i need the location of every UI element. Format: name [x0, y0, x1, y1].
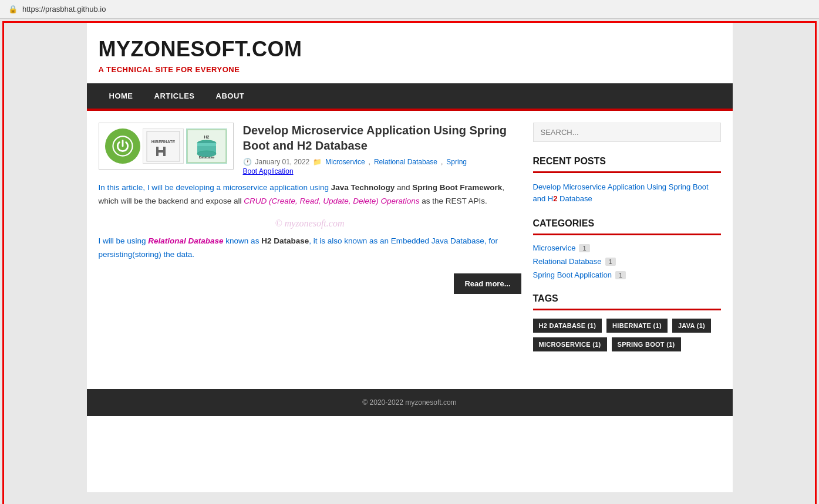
- categories-section: CATEGORIES Microservice 1 Relational Dat…: [533, 218, 721, 279]
- clock-icon: 🕐: [243, 158, 252, 166]
- category-spring[interactable]: Spring: [446, 158, 467, 166]
- category-item-relational-db: Relational Database 1: [533, 257, 721, 266]
- lock-icon: 🔒: [8, 5, 18, 13]
- article-info: Develop Microservice Application Using S…: [243, 123, 521, 175]
- body-bold-java: Java Technology: [331, 183, 395, 192]
- recent-posts-section: RECENT POSTS Develop Microservice Applic…: [533, 156, 721, 204]
- site-footer: © 2020-2022 myzonesoft.com: [87, 389, 733, 416]
- tag-spring-boot[interactable]: SPRING BOOT (1): [612, 337, 681, 351]
- article-thumbnail: HIBERNATE: [99, 123, 234, 170]
- article-card: HIBERNATE: [99, 123, 521, 294]
- browser-url: https://prasbhat.github.io: [22, 5, 106, 13]
- site-title: MYZONESOFT.COM: [99, 37, 721, 62]
- tag-boot-application[interactable]: Boot Application: [243, 167, 294, 175]
- category-count-spring-boot: 1: [615, 271, 626, 279]
- tags-area: H2 DATABASE (1) HIBERNATE (1) JAVA (1) M…: [533, 319, 721, 351]
- svg-text:H2: H2: [204, 135, 209, 139]
- svg-rect-5: [156, 150, 166, 153]
- sidebar: RECENT POSTS Develop Microservice Applic…: [533, 123, 721, 366]
- category-item-microservice: Microservice 1: [533, 243, 721, 252]
- h2-database-icon: H2 Database: [186, 128, 227, 164]
- tag-java[interactable]: JAVA (1): [672, 319, 711, 333]
- category-microservice[interactable]: Microservice: [325, 158, 365, 166]
- svg-rect-11: [197, 143, 216, 146]
- category-count-relational-db: 1: [605, 258, 616, 266]
- watermark: © myzonesoft.com: [99, 215, 521, 231]
- site-header: MYZONESOFT.COM A TECHNICAL SITE FOR EVER…: [87, 23, 733, 83]
- article-meta: 🕐 January 01, 2022 📁 Microservice, Relat…: [243, 158, 521, 166]
- tags-section: TAGS H2 DATABASE (1) HIBERNATE (1) JAVA …: [533, 293, 721, 351]
- footer-text: © 2020-2022 myzonesoft.com: [362, 398, 456, 407]
- tag-h2-database[interactable]: H2 DATABASE (1): [533, 319, 602, 333]
- site-tagline: A TECHNICAL SITE FOR EVERYONE: [99, 65, 721, 74]
- tags-title: TAGS: [533, 293, 721, 310]
- category-link-spring-boot[interactable]: Spring Boot Application: [533, 270, 612, 279]
- category-link-relational-db[interactable]: Relational Database: [533, 257, 602, 266]
- svg-text:Database: Database: [198, 155, 214, 159]
- category-item-spring-boot: Spring Boot Application 1: [533, 270, 721, 279]
- clearfix: Read more...: [99, 269, 521, 294]
- tag-hibernate[interactable]: HIBERNATE (1): [606, 319, 668, 333]
- h2-highlight: 2: [553, 194, 557, 203]
- nav-item-articles[interactable]: ARTICLES: [144, 83, 205, 109]
- category-icon: 📁: [313, 158, 322, 166]
- body-mid1: and: [395, 183, 412, 192]
- nav-item-about[interactable]: ABOUT: [205, 83, 255, 109]
- body-bold-h2: H2 Database: [261, 236, 309, 245]
- category-count-microservice: 1: [579, 244, 589, 252]
- article-paragraph-1: In this article, I will be developing a …: [99, 181, 521, 208]
- recent-post-item[interactable]: Develop Microservice Application Using S…: [533, 181, 721, 204]
- recent-posts-title: RECENT POSTS: [533, 156, 721, 173]
- article-top: HIBERNATE: [99, 123, 521, 175]
- svg-text:HIBERNATE: HIBERNATE: [151, 140, 175, 144]
- tag-microservice[interactable]: MICROSERVICE (1): [533, 337, 607, 351]
- main-layout: HIBERNATE: [87, 111, 733, 377]
- spring-icon: [105, 128, 140, 164]
- hibernate-icon: HIBERNATE: [143, 128, 184, 164]
- article-tags-line: Boot Application: [243, 167, 521, 175]
- body-italic-crud: CRUD (Create, Read, Update, Delete) Oper…: [244, 197, 419, 205]
- body-intro: In this article, I will be developing a …: [99, 183, 331, 192]
- site-wrapper: MYZONESOFT.COM A TECHNICAL SITE FOR EVER…: [87, 23, 733, 492]
- body-bold-reldb: Relational Database: [148, 236, 223, 245]
- body-end1: as the REST APIs.: [420, 197, 487, 205]
- body-p2-start: I will be using: [99, 236, 149, 245]
- content-area: HIBERNATE: [99, 123, 533, 366]
- body-bold-spring: Spring Boot Framework: [412, 183, 502, 192]
- svg-rect-1: [147, 131, 180, 161]
- browser-bar: 🔒 https://prasbhat.github.io: [0, 0, 819, 19]
- article-title: Develop Microservice Application Using S…: [243, 123, 521, 153]
- site-nav: HOME ARTICLES ABOUT: [87, 83, 733, 109]
- page-wrapper: MYZONESOFT.COM A TECHNICAL SITE FOR EVER…: [2, 21, 817, 504]
- body-p2-mid1: known as: [224, 236, 262, 245]
- article-paragraph-2: I will be using Relational Database know…: [99, 235, 521, 262]
- categories-title: CATEGORIES: [533, 218, 721, 235]
- body-italic-reldb: Relational Database: [148, 236, 223, 245]
- category-relational-db[interactable]: Relational Database: [374, 158, 437, 166]
- nav-item-home[interactable]: HOME: [99, 83, 144, 109]
- search-input[interactable]: [533, 123, 721, 142]
- article-body: In this article, I will be developing a …: [99, 181, 521, 262]
- article-date: January 01, 2022: [255, 158, 310, 166]
- read-more-button[interactable]: Read more...: [454, 273, 521, 294]
- category-link-microservice[interactable]: Microservice: [533, 243, 576, 252]
